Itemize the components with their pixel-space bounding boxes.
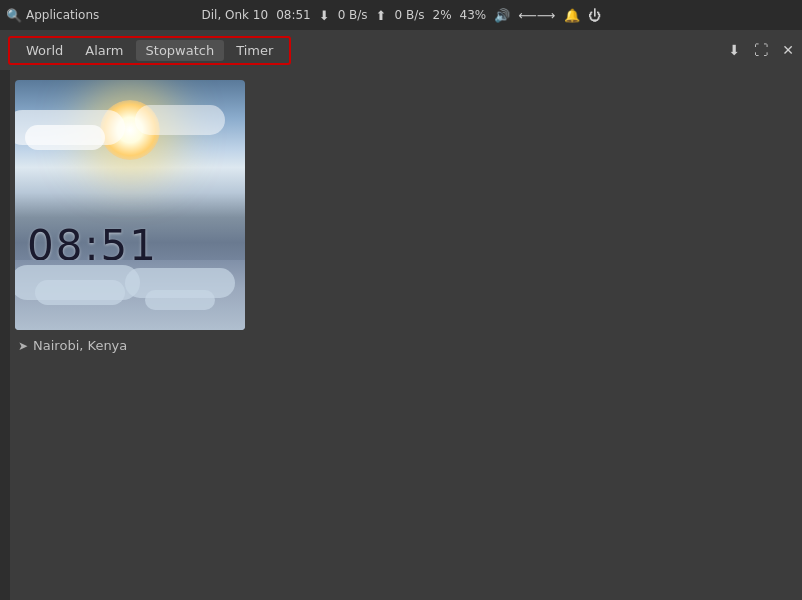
volume-icon[interactable]: 🔊 bbox=[494, 8, 510, 23]
lower-cloud-2 bbox=[35, 280, 125, 305]
cloud-upper-right bbox=[135, 105, 225, 135]
power-icon[interactable]: ⏻ bbox=[588, 8, 601, 23]
close-button[interactable]: ✕ bbox=[778, 40, 798, 60]
location-row: ➤ Nairobi, Kenya bbox=[10, 338, 792, 353]
tab-world[interactable]: World bbox=[16, 40, 73, 61]
tab-stopwatch[interactable]: Stopwatch bbox=[136, 40, 225, 61]
tab-bar: World Alarm Stopwatch Timer ⬇ ⛶ ✕ bbox=[0, 30, 802, 70]
taskbar-center: Dil, Onk 10 08:51 ⬇ 0 B/s ⬆ 0 B/s 2% 43%… bbox=[202, 8, 601, 23]
tabs-container: World Alarm Stopwatch Timer bbox=[8, 36, 291, 65]
applications-label[interactable]: Applications bbox=[26, 8, 99, 22]
upload-speed: 0 B/s bbox=[395, 8, 425, 22]
notification-icon[interactable]: 🔔 bbox=[564, 8, 580, 23]
tab-bar-actions: ⬇ ⛶ ✕ bbox=[725, 40, 798, 60]
lower-cloud-4 bbox=[145, 290, 215, 310]
clock-card: 08:51 bbox=[15, 80, 245, 330]
lower-clouds bbox=[15, 260, 245, 330]
download-arrow-icon: ⬇ bbox=[319, 8, 330, 23]
location-icon: ➤ bbox=[18, 339, 28, 353]
expand-button[interactable]: ⛶ bbox=[750, 40, 772, 60]
taskbar-left: 🔍 Applications bbox=[6, 8, 99, 23]
network-icon: ⟵⟶ bbox=[518, 8, 555, 23]
cpu-usage: 2% bbox=[433, 8, 452, 22]
taskbar-time: 08:51 bbox=[276, 8, 311, 22]
tab-alarm[interactable]: Alarm bbox=[75, 40, 133, 61]
sidebar bbox=[0, 70, 10, 600]
search-icon: 🔍 bbox=[6, 8, 22, 23]
upload-arrow-icon: ⬆ bbox=[376, 8, 387, 23]
download-speed: 0 B/s bbox=[338, 8, 368, 22]
battery-level: 43% bbox=[460, 8, 487, 22]
location-label: Nairobi, Kenya bbox=[33, 338, 127, 353]
download-button[interactable]: ⬇ bbox=[725, 40, 745, 60]
taskbar: 🔍 Applications Dil, Onk 10 08:51 ⬇ 0 B/s… bbox=[0, 0, 802, 30]
app-window: World Alarm Stopwatch Timer ⬇ ⛶ ✕ 08:51 bbox=[0, 30, 802, 600]
taskbar-date: Dil, Onk 10 bbox=[202, 8, 269, 22]
main-content: 08:51 ➤ Nairobi, Kenya bbox=[0, 70, 802, 363]
cloud-upper-left2 bbox=[25, 125, 105, 150]
tab-timer[interactable]: Timer bbox=[226, 40, 283, 61]
tab-bar-inner: World Alarm Stopwatch Timer bbox=[8, 36, 721, 65]
